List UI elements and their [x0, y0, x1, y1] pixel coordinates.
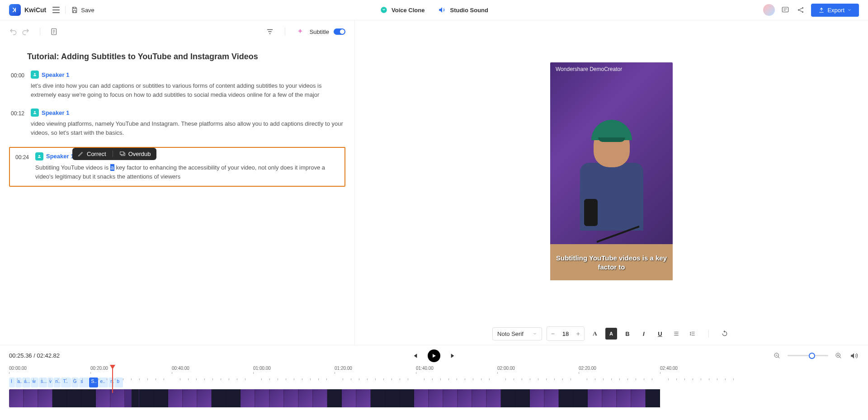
video-thumbnail[interactable] [183, 389, 197, 407]
transcript-block[interactable]: 00:12 Speaker 1 video viewing platforms,… [9, 109, 345, 137]
video-thumbnail[interactable] [400, 389, 414, 407]
video-thumbnail[interactable] [472, 389, 486, 407]
word-chip[interactable]: v [47, 378, 53, 387]
voice-clone-button[interactable]: Voice Clone [380, 6, 425, 14]
video-preview[interactable]: Wondershare DemoCreator Subtitling YouTu… [550, 62, 673, 280]
word-chip[interactable]: I [9, 378, 15, 387]
zoom-out-button[interactable] [772, 351, 782, 361]
zoom-slider[interactable] [788, 355, 828, 356]
video-thumbnail[interactable] [38, 389, 52, 407]
video-thumbnail[interactable] [617, 389, 631, 407]
speaker-name[interactable]: Speaker 1 [42, 71, 69, 78]
video-thumbnail[interactable] [139, 389, 154, 407]
menu-button[interactable] [52, 7, 60, 13]
line-height-button[interactable] [687, 328, 698, 340]
video-thumbnail[interactable] [530, 389, 544, 407]
video-thumbnail[interactable] [168, 389, 183, 407]
video-thumbnail[interactable] [414, 389, 429, 407]
word-chip[interactable]: s [79, 378, 89, 387]
align-button[interactable] [670, 328, 682, 340]
prev-button[interactable] [410, 351, 420, 361]
video-thumbnail[interactable] [67, 389, 81, 407]
video-thumbnail[interactable] [588, 389, 602, 407]
studio-sound-button[interactable]: Studio Sound [438, 6, 488, 14]
video-thumbnail[interactable] [559, 389, 573, 407]
font-size-decrease[interactable]: − [547, 327, 559, 340]
video-thumbnail[interactable] [631, 389, 646, 407]
word-chip[interactable]: s... [39, 378, 47, 387]
font-size-input[interactable] [559, 330, 572, 337]
underline-button[interactable]: U [654, 328, 666, 340]
share-button[interactable] [796, 5, 806, 15]
word-chip[interactable]: b [115, 378, 123, 387]
word-chip[interactable]: n.. [54, 378, 61, 387]
transcript-block-selected[interactable]: Correct Overdub 00:24 Speaker 1 Subtitli… [9, 147, 345, 187]
play-button[interactable] [428, 349, 440, 362]
word-chip[interactable]: S.. [89, 378, 98, 387]
video-thumbnail[interactable] [429, 389, 443, 407]
video-thumbnail[interactable] [226, 389, 241, 407]
video-thumbnail[interactable] [269, 389, 284, 407]
video-thumbnail[interactable] [313, 389, 327, 407]
feedback-button[interactable] [780, 5, 790, 15]
video-thumbnail[interactable] [9, 389, 24, 407]
user-avatar[interactable] [763, 4, 775, 16]
redo-button[interactable] [22, 28, 30, 36]
playhead[interactable] [112, 366, 113, 393]
block-text[interactable]: video viewing platforms, namely YouTube … [31, 119, 345, 137]
font-family-select[interactable]: Noto Serif [492, 327, 542, 340]
video-thumbnail[interactable] [544, 389, 559, 407]
overdub-button[interactable]: Overdub [119, 151, 151, 157]
notes-button[interactable] [50, 28, 58, 36]
zoom-in-button[interactable] [834, 351, 844, 361]
video-thumbnail[interactable] [96, 389, 110, 407]
video-thumbnail[interactable] [125, 389, 139, 407]
subtitle-toggle[interactable] [334, 28, 345, 35]
video-thumbnail[interactable] [81, 389, 96, 407]
block-text[interactable]: Subtitling YouTube videos is a key facto… [35, 163, 341, 181]
video-thumbnail[interactable] [24, 389, 38, 407]
video-thumbnail[interactable] [371, 389, 385, 407]
video-thumbnail[interactable] [385, 389, 400, 407]
filter-button[interactable] [265, 27, 275, 37]
video-thumbnail[interactable] [573, 389, 588, 407]
video-track[interactable] [9, 389, 670, 407]
word-track[interactable]: Ia...a...ws...vn..T..GsS..e..n..b [9, 378, 859, 387]
word-chip[interactable]: a... [22, 378, 30, 387]
video-thumbnail[interactable] [154, 389, 168, 407]
speaker-name[interactable]: Speaker 1 [42, 109, 69, 116]
video-thumbnail[interactable] [356, 389, 371, 407]
video-thumbnail[interactable] [458, 389, 472, 407]
word-chip[interactable]: w [31, 378, 38, 387]
video-thumbnail[interactable] [342, 389, 356, 407]
video-thumbnail[interactable] [241, 389, 255, 407]
word-chip[interactable]: n.. [108, 378, 114, 387]
video-thumbnail[interactable] [501, 389, 515, 407]
timeline[interactable]: 00:00.0000:20.0000:40.0001:00.0001:20.00… [0, 366, 868, 420]
video-thumbnail[interactable] [646, 389, 660, 407]
video-thumbnail[interactable] [515, 389, 530, 407]
save-button[interactable]: Save [71, 6, 94, 14]
reset-button[interactable] [719, 328, 731, 340]
italic-button[interactable]: I [638, 328, 650, 340]
font-size-increase[interactable]: + [572, 327, 584, 340]
video-thumbnail[interactable] [443, 389, 458, 407]
export-button[interactable]: Export [811, 4, 859, 17]
text-color-button[interactable]: A [589, 328, 601, 340]
video-thumbnail[interactable] [298, 389, 313, 407]
correct-button[interactable]: Correct [78, 151, 106, 157]
transcript-block[interactable]: 00:00 Speaker 1 let's dive into how you … [9, 71, 345, 99]
speaker-name[interactable]: Speaker 1 [46, 153, 74, 160]
video-thumbnail[interactable] [602, 389, 617, 407]
video-thumbnail[interactable] [284, 389, 298, 407]
video-thumbnail[interactable] [255, 389, 269, 407]
word-chip[interactable]: a... [15, 378, 22, 387]
text-bg-button[interactable]: A [605, 328, 617, 340]
word-chip[interactable]: G [71, 378, 79, 387]
undo-button[interactable] [9, 28, 17, 36]
bold-button[interactable]: B [622, 328, 633, 340]
block-text[interactable]: let's dive into how you can add captions… [31, 81, 345, 99]
video-thumbnail[interactable] [212, 389, 226, 407]
next-button[interactable] [448, 351, 458, 361]
video-thumbnail[interactable] [486, 389, 501, 407]
